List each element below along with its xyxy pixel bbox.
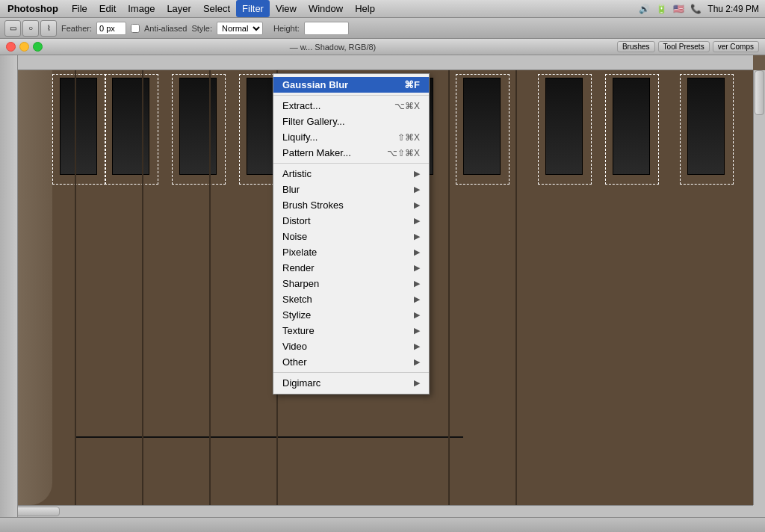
sharpen-item[interactable]: Sharpen ▶ bbox=[273, 276, 429, 291]
digimarc-arrow: ▶ bbox=[414, 378, 420, 388]
maximize-button[interactable] bbox=[33, 42, 43, 52]
ruler-horizontal bbox=[15, 55, 753, 70]
filter-dropdown-menu: Gaussian Blur ⌘F Extract... ⌥⌘X Filter G… bbox=[273, 73, 430, 395]
menu-separator-2 bbox=[273, 163, 429, 164]
sharpen-arrow: ▶ bbox=[414, 279, 420, 288]
menu-bar: Photoshop File Edit Image Layer Select F… bbox=[0, 0, 765, 18]
extract-shortcut: ⌥⌘X bbox=[394, 101, 420, 111]
document-titlebar: — w... Shadow, RGB/8) Brushes Tool Prese… bbox=[0, 39, 765, 55]
artistic-label: Artistic bbox=[282, 168, 312, 179]
pattern-maker-item[interactable]: Pattern Maker... ⌥⇧⌘X bbox=[273, 145, 429, 161]
selection-1 bbox=[52, 74, 106, 185]
filter-gallery-item[interactable]: Filter Gallery... bbox=[273, 114, 429, 129]
col-divider-3 bbox=[209, 70, 211, 505]
menu-file[interactable]: File bbox=[66, 0, 93, 17]
filter-gallery-label: Filter Gallery... bbox=[282, 116, 345, 127]
col-divider-1 bbox=[75, 70, 76, 505]
height-input[interactable] bbox=[304, 22, 349, 35]
pixelate-item[interactable]: Pixelate ▶ bbox=[273, 244, 429, 260]
traffic-lights bbox=[6, 42, 43, 52]
render-item[interactable]: Render ▶ bbox=[273, 260, 429, 276]
liquify-label: Liquify... bbox=[282, 132, 318, 143]
sharpen-label: Sharpen bbox=[282, 278, 319, 289]
menu-filter[interactable]: Filter bbox=[236, 0, 270, 17]
stylize-label: Stylize bbox=[282, 309, 311, 321]
stylize-arrow: ▶ bbox=[414, 310, 420, 320]
menu-window[interactable]: Window bbox=[303, 0, 349, 17]
layer-comps-tab[interactable]: ver Comps bbox=[713, 41, 759, 52]
artistic-item[interactable]: Artistic ▶ bbox=[273, 166, 429, 182]
tool-icon-1[interactable]: ▭ bbox=[4, 20, 21, 37]
menu-help[interactable]: Help bbox=[349, 0, 381, 17]
brush-strokes-item[interactable]: Brush Strokes ▶ bbox=[273, 197, 429, 213]
pattern-maker-label: Pattern Maker... bbox=[282, 147, 351, 158]
tool-presets-tab[interactable]: Tool Presets bbox=[658, 41, 710, 52]
noise-label: Noise bbox=[282, 231, 307, 242]
minimize-button[interactable] bbox=[19, 42, 29, 52]
liquify-item[interactable]: Liquify... ⇧⌘X bbox=[273, 129, 429, 145]
video-item[interactable]: Video ▶ bbox=[273, 338, 429, 354]
scrollbar-thumb-vertical[interactable] bbox=[755, 70, 764, 115]
pixelate-arrow: ▶ bbox=[414, 247, 420, 257]
menu-image[interactable]: Image bbox=[122, 0, 161, 17]
menu-select[interactable]: Select bbox=[197, 0, 236, 17]
document-title: — w... Shadow, RGB/8) bbox=[49, 43, 617, 52]
height-label: Height: bbox=[273, 24, 300, 33]
render-arrow: ▶ bbox=[414, 263, 420, 273]
video-arrow: ▶ bbox=[414, 341, 420, 351]
selection-8 bbox=[680, 74, 734, 185]
panel-tabs: Brushes Tool Presets ver Comps bbox=[617, 41, 759, 52]
distort-arrow: ▶ bbox=[414, 216, 420, 226]
noise-item[interactable]: Noise ▶ bbox=[273, 229, 429, 244]
style-select[interactable]: Normal bbox=[217, 22, 263, 35]
render-label: Render bbox=[282, 262, 315, 273]
sketch-item[interactable]: Sketch ▶ bbox=[273, 291, 429, 307]
menu-separator-3 bbox=[273, 372, 429, 373]
extract-item[interactable]: Extract... ⌥⌘X bbox=[273, 98, 429, 114]
selection-2 bbox=[105, 74, 158, 185]
gaussian-blur-item[interactable]: Gaussian Blur ⌘F bbox=[273, 77, 429, 93]
tool-icon-2[interactable]: ○ bbox=[22, 20, 39, 37]
scrollbar-corner bbox=[753, 505, 765, 517]
artistic-arrow: ▶ bbox=[414, 169, 420, 179]
brushes-tab[interactable]: Brushes bbox=[617, 41, 655, 52]
scrollbar-horizontal[interactable] bbox=[15, 505, 753, 517]
blur-item[interactable]: Blur ▶ bbox=[273, 182, 429, 197]
sketch-arrow: ▶ bbox=[414, 294, 420, 304]
digimarc-item[interactable]: Digimarc ▶ bbox=[273, 375, 429, 391]
flag-icon: 🇺🇸 bbox=[673, 4, 684, 14]
gaussian-blur-shortcut: ⌘F bbox=[404, 79, 420, 90]
extract-label: Extract... bbox=[282, 100, 320, 111]
video-label: Video bbox=[282, 341, 307, 352]
feather-input[interactable] bbox=[96, 22, 126, 35]
menu-view[interactable]: View bbox=[270, 0, 303, 17]
tool-icon-group: ▭ ○ ⌇ bbox=[4, 20, 57, 37]
selection-7 bbox=[605, 74, 659, 185]
liquify-shortcut: ⇧⌘X bbox=[397, 132, 420, 143]
texture-item[interactable]: Texture ▶ bbox=[273, 323, 429, 338]
other-item[interactable]: Other ▶ bbox=[273, 354, 429, 370]
menu-separator-1 bbox=[273, 95, 429, 96]
style-label: Style: bbox=[191, 24, 212, 33]
distort-item[interactable]: Distort ▶ bbox=[273, 213, 429, 229]
feather-label: Feather: bbox=[61, 24, 92, 33]
texture-label: Texture bbox=[282, 325, 315, 336]
menu-layer[interactable]: Layer bbox=[161, 0, 197, 17]
col-divider-2 bbox=[142, 70, 143, 505]
selection-6 bbox=[538, 74, 592, 185]
status-bar bbox=[0, 517, 765, 532]
brush-strokes-label: Brush Strokes bbox=[282, 200, 344, 211]
clock: Thu 2:49 PM bbox=[707, 4, 759, 14]
scrollbar-thumb-horizontal[interactable] bbox=[15, 507, 60, 516]
stylize-item[interactable]: Stylize ▶ bbox=[273, 307, 429, 323]
col-divider-5 bbox=[448, 70, 450, 505]
anti-aliased-checkbox[interactable] bbox=[131, 24, 140, 33]
scrollbar-vertical[interactable] bbox=[753, 70, 765, 505]
canvas-line bbox=[75, 436, 463, 438]
blur-label: Blur bbox=[282, 184, 300, 195]
menu-edit[interactable]: Edit bbox=[93, 0, 122, 17]
close-button[interactable] bbox=[6, 42, 16, 52]
tool-icon-3[interactable]: ⌇ bbox=[40, 20, 57, 37]
pattern-maker-shortcut: ⌥⇧⌘X bbox=[387, 148, 420, 158]
texture-arrow: ▶ bbox=[414, 326, 420, 335]
